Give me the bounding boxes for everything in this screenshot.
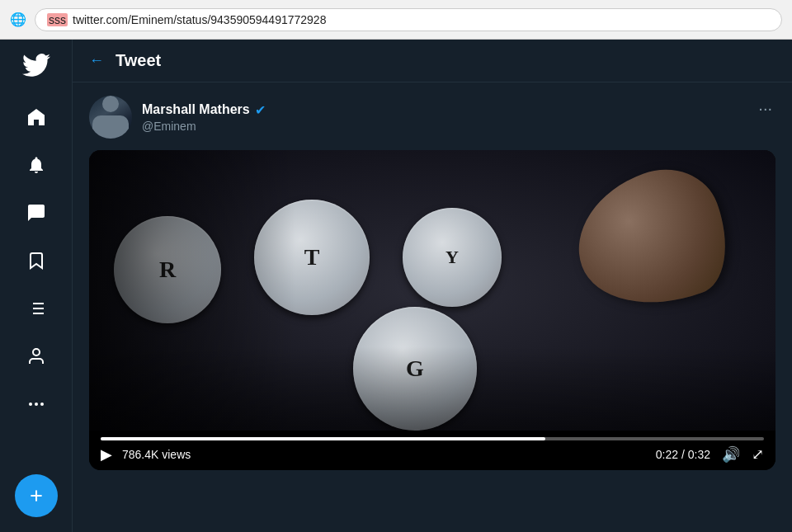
verified-badge: ✔ <box>255 102 266 118</box>
sidebar-item-lists[interactable] <box>15 287 58 330</box>
user-text: Marshall Mathers ✔ @Eminem <box>142 102 266 133</box>
url-bar[interactable]: ssstwitter.com/Eminem/status/94359059449… <box>35 8 782 31</box>
tweet-content: Marshall Mathers ✔ @Eminem ··· R T Y <box>73 82 792 483</box>
back-button[interactable]: ← <box>89 52 104 69</box>
twitter-logo[interactable] <box>22 51 50 82</box>
play-button[interactable]: ▶ <box>101 445 112 464</box>
app-container: ← Tweet <box>0 40 792 532</box>
avatar[interactable] <box>89 96 132 139</box>
url-rest: twitter.com/Eminem/status/94359059449177… <box>73 13 326 26</box>
user-name[interactable]: Marshall Mathers <box>142 102 250 117</box>
sidebar-item-home[interactable] <box>15 96 58 139</box>
svg-point-9 <box>40 403 44 406</box>
tweet-user-info: Marshall Mathers ✔ @Eminem <box>89 96 266 139</box>
globe-icon: 🌐 <box>10 12 26 27</box>
compose-button[interactable] <box>15 474 58 517</box>
key-y: Y <box>403 208 502 307</box>
tweet-user-row: Marshall Mathers ✔ @Eminem ··· <box>89 96 776 139</box>
key-g: G <box>353 307 477 431</box>
finger <box>559 153 744 328</box>
page-title: Tweet <box>116 51 161 70</box>
video-container: R T Y G <box>89 150 776 470</box>
fullscreen-button[interactable]: ⤢ <box>752 445 764 464</box>
svg-point-8 <box>35 403 38 406</box>
user-handle[interactable]: @Eminem <box>142 120 266 133</box>
sidebar-item-bookmarks[interactable] <box>15 239 58 282</box>
progress-bar-fill <box>101 437 545 440</box>
sidebar-item-messages[interactable] <box>15 191 58 234</box>
video-controls: ▶ 786.4K views 0:22 / 0:32 🔊 ⤢ <box>89 431 776 470</box>
time-display: 0:22 / 0:32 <box>656 448 710 461</box>
views-count: 786.4K views <box>122 448 191 461</box>
browser-bar: 🌐 ssstwitter.com/Eminem/status/943590594… <box>0 0 792 40</box>
sidebar-item-notifications[interactable] <box>15 144 58 186</box>
sidebar-item-more[interactable] <box>15 383 58 426</box>
video-visual[interactable]: R T Y G <box>89 150 776 431</box>
volume-button[interactable]: 🔊 <box>722 445 740 464</box>
sidebar <box>0 40 73 532</box>
name-row: Marshall Mathers ✔ <box>142 102 266 118</box>
svg-point-6 <box>33 349 40 355</box>
key-r: R <box>114 216 221 323</box>
sidebar-item-profile[interactable] <box>15 335 58 378</box>
tweet-header: ← Tweet <box>73 40 792 82</box>
key-t: T <box>254 200 370 315</box>
controls-row: ▶ 786.4K views 0:22 / 0:32 🔊 ⤢ <box>101 445 764 464</box>
controls-right: 0:22 / 0:32 🔊 ⤢ <box>656 445 764 464</box>
more-options-button[interactable]: ··· <box>755 96 776 121</box>
progress-bar[interactable] <box>101 437 764 440</box>
url-sss-highlight: sss <box>47 13 68 26</box>
svg-point-7 <box>29 403 32 406</box>
main-content: ← Tweet <box>73 40 792 532</box>
controls-left: ▶ 786.4K views <box>101 445 191 464</box>
typewriter-scene: R T Y G <box>89 150 776 431</box>
